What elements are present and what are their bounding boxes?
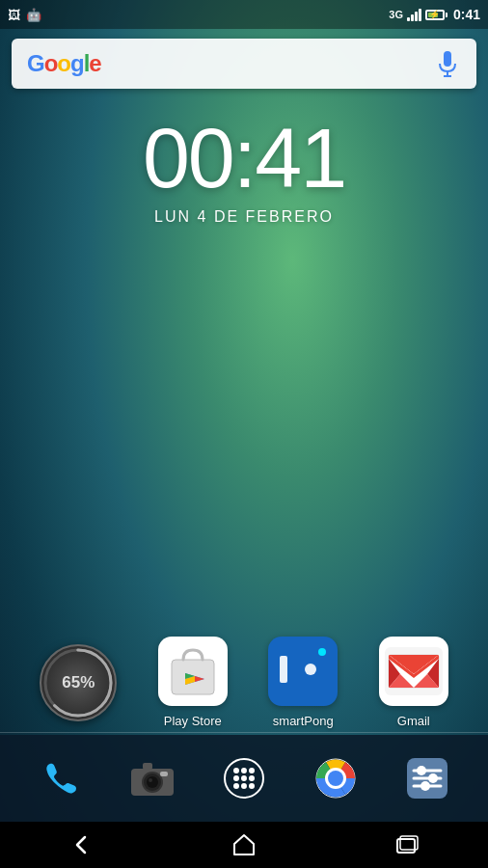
svg-point-44 bbox=[417, 766, 426, 775]
signal-bar-1 bbox=[407, 17, 410, 21]
svg-point-37 bbox=[241, 783, 247, 789]
home-button[interactable] bbox=[215, 826, 273, 864]
gmail-app[interactable]: Gmail bbox=[379, 637, 448, 728]
svg-point-46 bbox=[428, 773, 438, 783]
divider bbox=[0, 732, 488, 733]
svg-point-13 bbox=[318, 648, 326, 656]
svg-point-31 bbox=[241, 768, 247, 773]
back-button[interactable] bbox=[52, 826, 110, 864]
svg-point-33 bbox=[233, 775, 239, 781]
status-time: 0:41 bbox=[453, 7, 480, 22]
clock-time: 00:41 bbox=[0, 116, 488, 201]
bottom-dock bbox=[0, 735, 488, 822]
play-store-app[interactable]: Play Store bbox=[158, 637, 228, 728]
battery-body: ⚡ bbox=[425, 10, 445, 20]
search-bar[interactable]: Google bbox=[12, 39, 476, 89]
battery-circle-icon: 65% bbox=[40, 644, 117, 721]
svg-point-32 bbox=[249, 768, 255, 773]
smart-pong-app[interactable]: smartPong bbox=[268, 637, 338, 728]
settings-dock-item[interactable] bbox=[398, 749, 456, 807]
battery-indicator: ⚡ bbox=[425, 10, 447, 20]
svg-rect-0 bbox=[444, 51, 451, 67]
microphone-icon[interactable] bbox=[434, 50, 461, 77]
battery-percent-label: 65% bbox=[62, 673, 95, 692]
app-row: 65% Play Store bbox=[0, 637, 488, 728]
svg-rect-27 bbox=[143, 763, 152, 770]
svg-point-41 bbox=[328, 771, 343, 786]
battery-circle-widget[interactable]: 65% bbox=[40, 644, 117, 721]
photo-icon: 🖼 bbox=[8, 8, 20, 22]
google-logo: Google bbox=[27, 50, 101, 77]
status-right-icons: 3G ⚡ 0:41 bbox=[389, 7, 480, 22]
svg-point-34 bbox=[241, 775, 247, 781]
svg-point-48 bbox=[420, 781, 430, 791]
apps-dock-item[interactable] bbox=[215, 749, 273, 807]
google-e-red: e bbox=[89, 50, 100, 76]
smart-pong-label: smartPong bbox=[273, 714, 334, 728]
chrome-dock-item[interactable] bbox=[307, 749, 365, 807]
svg-point-25 bbox=[147, 776, 158, 788]
nav-bar bbox=[0, 822, 488, 868]
svg-point-35 bbox=[249, 775, 255, 781]
battery-tip bbox=[446, 13, 447, 17]
play-store-icon bbox=[158, 637, 228, 706]
screen: 🖼 🤖 3G ⚡ 0:41 bbox=[0, 0, 488, 868]
recents-button[interactable] bbox=[378, 826, 436, 864]
camera-dock-item[interactable] bbox=[123, 749, 181, 807]
network-type-label: 3G bbox=[389, 9, 403, 20]
svg-point-36 bbox=[233, 783, 239, 789]
google-g-blue: G bbox=[27, 50, 44, 76]
svg-point-12 bbox=[305, 664, 316, 675]
svg-point-30 bbox=[233, 768, 239, 773]
google-o-yellow: o bbox=[57, 50, 70, 76]
status-bar: 🖼 🤖 3G ⚡ 0:41 bbox=[0, 0, 488, 29]
android-icon: 🤖 bbox=[26, 8, 41, 22]
smart-pong-icon bbox=[268, 637, 338, 706]
play-store-label: Play Store bbox=[164, 714, 222, 728]
signal-bar-3 bbox=[415, 12, 418, 21]
signal-bars bbox=[407, 8, 421, 21]
google-o-red: o bbox=[44, 50, 58, 76]
status-left-icons: 🖼 🤖 bbox=[8, 8, 41, 22]
phone-dock-item[interactable] bbox=[32, 749, 90, 807]
svg-point-38 bbox=[249, 783, 255, 789]
signal-bar-2 bbox=[411, 14, 414, 21]
google-g2-blue: g bbox=[70, 50, 84, 76]
svg-rect-11 bbox=[280, 656, 287, 683]
signal-bar-4 bbox=[419, 9, 421, 21]
svg-rect-28 bbox=[160, 772, 168, 776]
gmail-icon bbox=[379, 637, 448, 706]
clock-date: LUN 4 DE FEBRERO bbox=[0, 208, 488, 226]
battery-charging-icon: ⚡ bbox=[429, 10, 440, 19]
clock-widget: 00:41 LUN 4 DE FEBRERO bbox=[0, 116, 488, 226]
gmail-label: Gmail bbox=[397, 714, 430, 728]
svg-point-26 bbox=[149, 778, 152, 782]
